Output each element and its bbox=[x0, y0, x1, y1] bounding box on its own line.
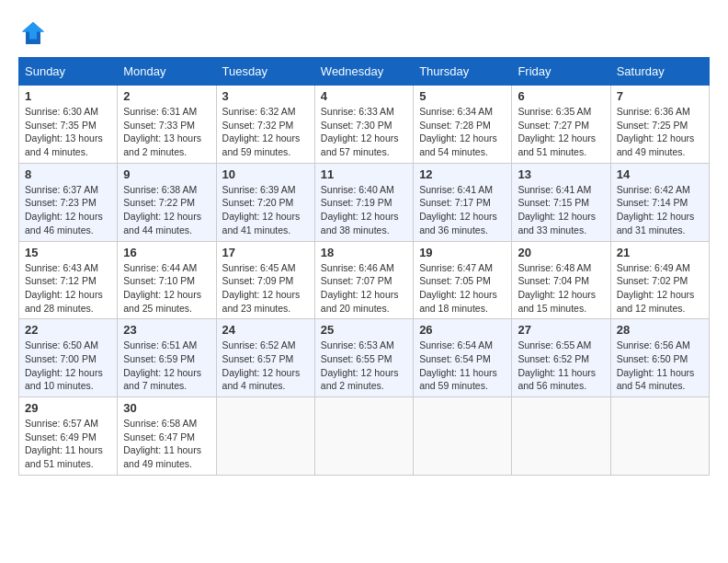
calendar-cell: 23Sunrise: 6:51 AM Sunset: 6:59 PM Dayli… bbox=[118, 319, 216, 397]
day-header-monday: Monday bbox=[118, 58, 216, 86]
calendar-cell: 16Sunrise: 6:44 AM Sunset: 7:10 PM Dayli… bbox=[118, 241, 216, 319]
day-number: 24 bbox=[222, 323, 309, 337]
calendar-cell: 3Sunrise: 6:32 AM Sunset: 7:32 PM Daylig… bbox=[216, 86, 314, 164]
day-header-wednesday: Wednesday bbox=[314, 58, 413, 86]
calendar-cell: 26Sunrise: 6:54 AM Sunset: 6:54 PM Dayli… bbox=[414, 319, 512, 397]
day-number: 2 bbox=[123, 89, 210, 103]
day-number: 15 bbox=[25, 246, 111, 259]
day-info: Sunrise: 6:48 AM Sunset: 7:04 PM Dayligh… bbox=[518, 261, 604, 316]
day-info: Sunrise: 6:35 AM Sunset: 7:27 PM Dayligh… bbox=[518, 105, 604, 159]
calendar-cell: 9Sunrise: 6:38 AM Sunset: 7:22 PM Daylig… bbox=[118, 163, 216, 241]
day-number: 14 bbox=[617, 167, 703, 181]
day-number: 21 bbox=[617, 246, 703, 259]
day-number: 26 bbox=[419, 323, 506, 337]
calendar-cell: 20Sunrise: 6:48 AM Sunset: 7:04 PM Dayli… bbox=[512, 241, 610, 319]
calendar-cell bbox=[610, 397, 709, 476]
day-number: 30 bbox=[123, 401, 210, 415]
calendar-cell bbox=[512, 397, 610, 476]
day-number: 28 bbox=[617, 323, 703, 337]
day-info: Sunrise: 6:32 AM Sunset: 7:32 PM Dayligh… bbox=[222, 105, 309, 159]
calendar-row-2: 8Sunrise: 6:37 AM Sunset: 7:23 PM Daylig… bbox=[19, 163, 710, 241]
calendar-row-3: 15Sunrise: 6:43 AM Sunset: 7:12 PM Dayli… bbox=[19, 241, 710, 319]
day-number: 4 bbox=[321, 89, 407, 103]
day-number: 23 bbox=[123, 323, 210, 337]
day-info: Sunrise: 6:54 AM Sunset: 6:54 PM Dayligh… bbox=[419, 339, 506, 393]
day-info: Sunrise: 6:56 AM Sunset: 6:50 PM Dayligh… bbox=[617, 339, 703, 393]
calendar-cell: 1Sunrise: 6:30 AM Sunset: 7:35 PM Daylig… bbox=[19, 86, 118, 164]
calendar-cell: 5Sunrise: 6:34 AM Sunset: 7:28 PM Daylig… bbox=[414, 86, 512, 164]
logo-icon bbox=[18, 18, 48, 48]
day-info: Sunrise: 6:40 AM Sunset: 7:19 PM Dayligh… bbox=[321, 183, 407, 237]
day-number: 17 bbox=[222, 246, 309, 259]
calendar-cell: 28Sunrise: 6:56 AM Sunset: 6:50 PM Dayli… bbox=[610, 319, 709, 397]
calendar-cell: 30Sunrise: 6:58 AM Sunset: 6:47 PM Dayli… bbox=[118, 397, 216, 476]
calendar-cell: 21Sunrise: 6:49 AM Sunset: 7:02 PM Dayli… bbox=[610, 241, 709, 319]
day-number: 10 bbox=[222, 167, 309, 181]
calendar-cell: 12Sunrise: 6:41 AM Sunset: 7:17 PM Dayli… bbox=[414, 163, 512, 241]
calendar-cell: 22Sunrise: 6:50 AM Sunset: 7:00 PM Dayli… bbox=[19, 319, 118, 397]
day-header-friday: Friday bbox=[512, 58, 610, 86]
day-number: 13 bbox=[518, 167, 604, 181]
calendar-cell: 29Sunrise: 6:57 AM Sunset: 6:49 PM Dayli… bbox=[19, 397, 118, 476]
day-info: Sunrise: 6:45 AM Sunset: 7:09 PM Dayligh… bbox=[222, 261, 309, 316]
day-info: Sunrise: 6:52 AM Sunset: 6:57 PM Dayligh… bbox=[222, 339, 309, 393]
day-info: Sunrise: 6:53 AM Sunset: 6:55 PM Dayligh… bbox=[321, 339, 407, 393]
day-info: Sunrise: 6:34 AM Sunset: 7:28 PM Dayligh… bbox=[419, 105, 506, 159]
svg-marker-1 bbox=[22, 22, 44, 39]
day-info: Sunrise: 6:37 AM Sunset: 7:23 PM Dayligh… bbox=[25, 183, 111, 237]
day-info: Sunrise: 6:46 AM Sunset: 7:07 PM Dayligh… bbox=[321, 261, 407, 316]
day-info: Sunrise: 6:49 AM Sunset: 7:02 PM Dayligh… bbox=[617, 261, 703, 316]
calendar-cell: 14Sunrise: 6:42 AM Sunset: 7:14 PM Dayli… bbox=[610, 163, 709, 241]
calendar-cell: 19Sunrise: 6:47 AM Sunset: 7:05 PM Dayli… bbox=[414, 241, 512, 319]
calendar-cell: 25Sunrise: 6:53 AM Sunset: 6:55 PM Dayli… bbox=[314, 319, 413, 397]
day-number: 8 bbox=[25, 167, 111, 181]
calendar-cell: 8Sunrise: 6:37 AM Sunset: 7:23 PM Daylig… bbox=[19, 163, 118, 241]
day-info: Sunrise: 6:42 AM Sunset: 7:14 PM Dayligh… bbox=[617, 183, 703, 237]
day-info: Sunrise: 6:33 AM Sunset: 7:30 PM Dayligh… bbox=[321, 105, 407, 159]
day-number: 18 bbox=[321, 246, 407, 259]
day-info: Sunrise: 6:57 AM Sunset: 6:49 PM Dayligh… bbox=[25, 417, 111, 471]
day-number: 5 bbox=[419, 89, 506, 103]
day-info: Sunrise: 6:41 AM Sunset: 7:15 PM Dayligh… bbox=[518, 183, 604, 237]
day-number: 1 bbox=[25, 89, 111, 103]
calendar-cell bbox=[414, 397, 512, 476]
day-number: 27 bbox=[518, 323, 604, 337]
day-info: Sunrise: 6:30 AM Sunset: 7:35 PM Dayligh… bbox=[25, 105, 111, 159]
header-row: SundayMondayTuesdayWednesdayThursdayFrid… bbox=[19, 58, 710, 86]
calendar-cell: 11Sunrise: 6:40 AM Sunset: 7:19 PM Dayli… bbox=[314, 163, 413, 241]
calendar-cell: 13Sunrise: 6:41 AM Sunset: 7:15 PM Dayli… bbox=[512, 163, 610, 241]
calendar-cell: 27Sunrise: 6:55 AM Sunset: 6:52 PM Dayli… bbox=[512, 319, 610, 397]
calendar-cell: 4Sunrise: 6:33 AM Sunset: 7:30 PM Daylig… bbox=[314, 86, 413, 164]
day-number: 7 bbox=[617, 89, 703, 103]
day-number: 6 bbox=[518, 89, 604, 103]
calendar-cell: 10Sunrise: 6:39 AM Sunset: 7:20 PM Dayli… bbox=[216, 163, 314, 241]
day-info: Sunrise: 6:36 AM Sunset: 7:25 PM Dayligh… bbox=[617, 105, 703, 159]
calendar-cell bbox=[216, 397, 314, 476]
day-info: Sunrise: 6:50 AM Sunset: 7:00 PM Dayligh… bbox=[25, 339, 111, 393]
calendar-cell: 2Sunrise: 6:31 AM Sunset: 7:33 PM Daylig… bbox=[118, 86, 216, 164]
day-info: Sunrise: 6:58 AM Sunset: 6:47 PM Dayligh… bbox=[123, 417, 210, 471]
day-info: Sunrise: 6:41 AM Sunset: 7:17 PM Dayligh… bbox=[419, 183, 506, 237]
day-info: Sunrise: 6:43 AM Sunset: 7:12 PM Dayligh… bbox=[25, 261, 111, 316]
calendar-cell bbox=[314, 397, 413, 476]
logo bbox=[18, 18, 50, 48]
day-number: 16 bbox=[123, 246, 210, 259]
calendar-row-5: 29Sunrise: 6:57 AM Sunset: 6:49 PM Dayli… bbox=[19, 397, 710, 476]
day-number: 25 bbox=[321, 323, 407, 337]
day-number: 19 bbox=[419, 246, 506, 259]
day-number: 11 bbox=[321, 167, 407, 181]
day-info: Sunrise: 6:55 AM Sunset: 6:52 PM Dayligh… bbox=[518, 339, 604, 393]
calendar-row-4: 22Sunrise: 6:50 AM Sunset: 7:00 PM Dayli… bbox=[19, 319, 710, 397]
day-number: 20 bbox=[518, 246, 604, 259]
day-number: 9 bbox=[123, 167, 210, 181]
day-info: Sunrise: 6:47 AM Sunset: 7:05 PM Dayligh… bbox=[419, 261, 506, 316]
calendar-row-1: 1Sunrise: 6:30 AM Sunset: 7:35 PM Daylig… bbox=[19, 86, 710, 164]
day-info: Sunrise: 6:31 AM Sunset: 7:33 PM Dayligh… bbox=[123, 105, 210, 159]
calendar-table: SundayMondayTuesdayWednesdayThursdayFrid… bbox=[18, 57, 710, 476]
calendar-cell: 17Sunrise: 6:45 AM Sunset: 7:09 PM Dayli… bbox=[216, 241, 314, 319]
page-header bbox=[18, 18, 710, 48]
day-info: Sunrise: 6:38 AM Sunset: 7:22 PM Dayligh… bbox=[123, 183, 210, 237]
day-header-thursday: Thursday bbox=[414, 58, 512, 86]
day-header-tuesday: Tuesday bbox=[216, 58, 314, 86]
calendar-cell: 24Sunrise: 6:52 AM Sunset: 6:57 PM Dayli… bbox=[216, 319, 314, 397]
